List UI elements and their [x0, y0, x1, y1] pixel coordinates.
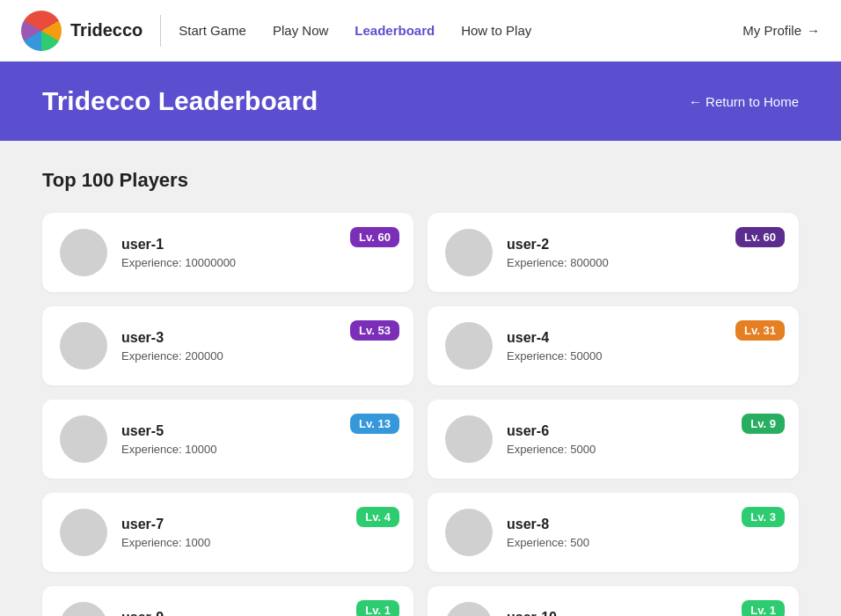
player-name: user-8	[507, 517, 781, 532]
logo-icon	[21, 11, 62, 51]
player-card[interactable]: user-4 Experience: 50000 Lv. 31	[428, 306, 799, 385]
player-info: user-6 Experience: 5000	[507, 423, 781, 456]
nav-divider	[160, 15, 161, 47]
player-info: user-9 Experience: 100	[121, 610, 396, 617]
player-experience: Experience: 50000	[507, 349, 781, 363]
player-card[interactable]: user-1 Experience: 10000000 Lv. 60	[42, 213, 413, 292]
player-avatar	[60, 509, 107, 556]
player-name: user-6	[507, 423, 781, 439]
profile-arrow: →	[807, 23, 820, 38]
player-experience: Experience: 500	[507, 536, 781, 549]
player-card[interactable]: user-6 Experience: 5000 Lv. 9	[428, 400, 799, 479]
player-experience: Experience: 10000000	[121, 256, 396, 269]
player-name: user-7	[121, 517, 396, 532]
nav-leaderboard[interactable]: Leaderboard	[355, 23, 435, 38]
player-avatar	[60, 415, 107, 463]
leaderboard-banner: Tridecco Leaderboard ← Return to Home	[0, 62, 841, 141]
player-name: user-9	[121, 610, 396, 617]
player-avatar	[445, 602, 493, 616]
level-badge: Lv. 1	[742, 600, 785, 616]
player-card[interactable]: user-9 Experience: 100 Lv. 1	[42, 586, 413, 616]
player-experience: Experience: 800000	[507, 256, 781, 269]
player-info: user-10 Experience: 50	[507, 610, 781, 617]
player-card[interactable]: user-8 Experience: 500 Lv. 3	[428, 493, 799, 572]
brand-name: Tridecco	[70, 20, 143, 40]
level-badge: Lv. 53	[350, 320, 399, 341]
nav-start-game[interactable]: Start Game	[179, 23, 246, 38]
player-info: user-7 Experience: 1000	[121, 517, 396, 549]
nav-play-now[interactable]: Play Now	[273, 23, 328, 38]
player-avatar	[60, 322, 107, 370]
nav-profile-link[interactable]: My Profile →	[742, 23, 820, 38]
player-card[interactable]: user-10 Experience: 50 Lv. 1	[428, 586, 799, 616]
player-avatar	[445, 509, 493, 556]
player-card[interactable]: user-3 Experience: 200000 Lv. 53	[42, 306, 413, 385]
nav-links: Start Game Play Now Leaderboard How to P…	[179, 23, 742, 38]
brand-link[interactable]: Tridecco	[21, 11, 143, 51]
player-experience: Experience: 10000	[121, 443, 396, 456]
nav-how-to-play[interactable]: How to Play	[461, 23, 531, 38]
player-card[interactable]: user-2 Experience: 800000 Lv. 60	[428, 213, 799, 292]
navbar: Tridecco Start Game Play Now Leaderboard…	[0, 0, 841, 62]
player-avatar	[445, 229, 493, 276]
player-info: user-8 Experience: 500	[507, 517, 781, 549]
player-experience: Experience: 5000	[507, 443, 781, 456]
player-avatar	[445, 415, 493, 463]
return-home-link[interactable]: ← Return to Home	[689, 94, 799, 109]
level-badge: Lv. 3	[742, 507, 785, 527]
level-badge: Lv. 4	[356, 507, 399, 527]
player-card[interactable]: user-7 Experience: 1000 Lv. 4	[42, 493, 413, 572]
level-badge: Lv. 13	[350, 414, 399, 434]
player-avatar	[60, 602, 107, 616]
profile-label: My Profile	[742, 23, 801, 38]
section-title: Top 100 Players	[42, 169, 799, 192]
player-card[interactable]: user-5 Experience: 10000 Lv. 13	[42, 400, 413, 479]
main-content: Top 100 Players user-1 Experience: 10000…	[0, 141, 841, 616]
banner-title: Tridecco Leaderboard	[42, 86, 318, 116]
player-experience: Experience: 200000	[121, 349, 396, 363]
level-badge: Lv. 60	[350, 227, 399, 247]
player-name: user-10	[507, 610, 781, 617]
level-badge: Lv. 9	[742, 414, 785, 434]
level-badge: Lv. 1	[356, 600, 399, 616]
players-grid: user-1 Experience: 10000000 Lv. 60 user-…	[42, 213, 799, 616]
level-badge: Lv. 60	[735, 227, 785, 247]
level-badge: Lv. 31	[735, 320, 785, 341]
player-avatar	[60, 229, 107, 276]
player-avatar	[445, 322, 493, 370]
player-experience: Experience: 1000	[121, 536, 396, 549]
